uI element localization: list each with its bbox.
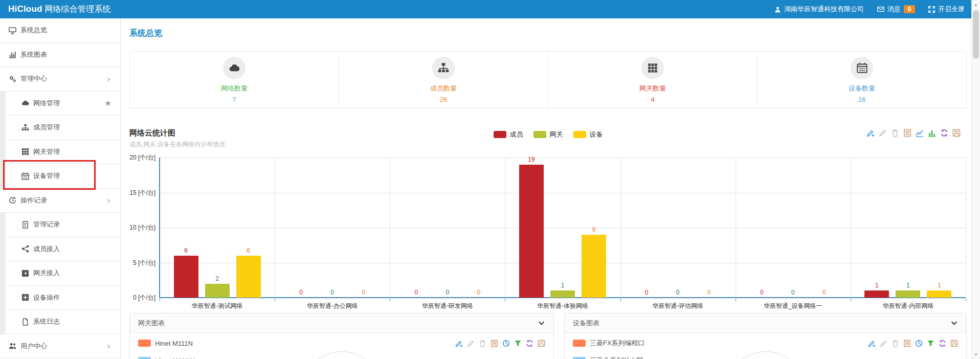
category-label: 华辰智通-内部网络	[851, 302, 966, 310]
panel-toolbox	[455, 340, 545, 347]
sidebar-item-user-center[interactable]: 用户中心	[0, 334, 120, 359]
chevron-down-icon[interactable]	[950, 319, 958, 327]
mark-tool-icon[interactable]	[455, 340, 463, 347]
sidebar-item-management-records[interactable]: 管理记录	[0, 213, 120, 237]
chart-subtitle: 成员,网关,设备在各网络内分布情况	[129, 140, 225, 149]
sidebar-item-system-overview[interactable]: 系统总览	[0, 18, 120, 43]
legend-swatch[interactable]	[138, 340, 151, 347]
data-view-icon[interactable]	[491, 340, 498, 347]
legend-swatch[interactable]	[573, 340, 586, 347]
file-icon	[21, 318, 29, 326]
line-chart-icon[interactable]	[916, 129, 924, 137]
legend-item-gateways[interactable]: 网关	[533, 130, 563, 139]
bar-value-label: 0	[299, 289, 303, 296]
legend-item-devices[interactable]: 设备	[573, 130, 603, 139]
sidebar-item-gateway-access[interactable]: 网关接入	[0, 261, 120, 286]
data-view-icon[interactable]	[903, 129, 911, 137]
bar-value-label: 1	[561, 282, 565, 289]
clear-marks-icon[interactable]	[479, 340, 486, 347]
bar-chart-plot: 0 [个/台]5 [个/台]10 [个/台]15 [个/台]20 [个/台]62…	[160, 158, 966, 298]
bar-成员[interactable]: 19	[519, 165, 544, 298]
series-name[interactable]: 三菱全系列以太网	[590, 356, 643, 359]
unmark-tool-icon[interactable]	[467, 340, 475, 347]
bar-设备[interactable]: 6	[236, 256, 261, 298]
chevron-right-icon	[105, 198, 112, 204]
legend-item-members[interactable]: 成员	[494, 130, 523, 139]
save-image-icon[interactable]	[950, 340, 958, 347]
mark-tool-icon[interactable]	[868, 340, 876, 347]
series-name[interactable]: Hinet M111N	[155, 340, 193, 347]
bar-成员[interactable]: 1	[864, 290, 889, 298]
bar-value-label: 19	[528, 156, 534, 163]
brand-name: HiCloud	[8, 4, 42, 14]
funnel-chart-icon[interactable]	[514, 340, 522, 347]
sidebar-item-system-logs[interactable]: 系统日志	[0, 310, 120, 334]
chart-legend: 成员 网关 设备	[494, 130, 603, 139]
scroll-up-arrow[interactable]: ▲	[972, 1, 980, 9]
restore-icon[interactable]	[939, 340, 946, 347]
device-panel-header[interactable]: 设备图表	[565, 313, 966, 333]
messages-button[interactable]: 消息0	[877, 5, 915, 14]
scroll-down-arrow[interactable]: ▼	[972, 350, 980, 358]
pie-chart-icon[interactable]	[502, 340, 510, 347]
legend-swatch[interactable]	[138, 357, 151, 359]
company-account-button[interactable]: 湖南华辰智通科技有限公司	[774, 5, 864, 14]
category-label: 华辰智通-办公网络	[275, 302, 390, 310]
sidebar-item-member-management[interactable]: 成员管理	[0, 116, 120, 140]
bar-网关[interactable]: 1	[550, 290, 575, 298]
sidebar-item-member-access[interactable]: 成员接入	[0, 237, 120, 262]
save-image-icon[interactable]	[952, 129, 961, 137]
bar-网关[interactable]: 2	[205, 284, 230, 298]
bar-成员[interactable]: 6	[174, 256, 198, 298]
sidebar-item-gateway-management[interactable]: 网关管理	[0, 140, 120, 165]
data-view-icon[interactable]	[903, 340, 911, 347]
pie-chart-icon[interactable]	[915, 340, 923, 347]
unmark-tool-icon[interactable]	[880, 340, 887, 347]
gateway-panel-header[interactable]: 网关图表	[130, 313, 553, 333]
stat-card-networks: 网络数量 7	[130, 52, 339, 108]
bar-设备[interactable]: 1	[927, 290, 951, 298]
user-icon	[774, 6, 781, 13]
bar-value-label: 1	[875, 282, 879, 289]
series-name[interactable]: Hinet M111W	[155, 357, 194, 359]
scrollbar-thumb[interactable]	[973, 10, 979, 59]
bar-value-label: 0	[415, 289, 418, 296]
chevron-right-icon	[105, 76, 112, 82]
sidebar-item-network-management[interactable]: 网络管理★	[0, 92, 120, 116]
app-logo: HiCloud 网络综合管理系统	[8, 4, 111, 15]
clear-marks-icon[interactable]	[891, 129, 899, 137]
save-image-icon[interactable]	[538, 340, 545, 347]
unmark-tool-icon[interactable]	[879, 129, 887, 137]
funnel-chart-icon[interactable]	[927, 340, 934, 347]
bar-设备[interactable]: 9	[582, 235, 606, 298]
sidebar-item-device-operations[interactable]: 设备操作	[0, 286, 120, 310]
sidebar-item-operation-records[interactable]: 操作记录	[0, 189, 120, 213]
bar-value-label: 0	[330, 289, 334, 296]
restore-icon[interactable]	[526, 340, 533, 347]
device-chart-panel: 设备图表 三菱FX系列编程口 三菱全系列以太网	[564, 313, 967, 359]
sidebar-item-system-charts[interactable]: 系统图表	[0, 43, 120, 68]
star-icon[interactable]: ★	[105, 99, 112, 108]
fullscreen-button[interactable]: 开启全屏	[928, 5, 965, 14]
gears-icon	[9, 75, 16, 83]
sitemap-icon	[432, 57, 455, 79]
chevron-down-icon[interactable]	[538, 319, 545, 327]
category-label: 华辰智通-研发网络	[390, 302, 505, 310]
restore-icon[interactable]	[940, 129, 948, 137]
bar-chart-icon[interactable]	[928, 129, 936, 137]
y-axis-tick-label: 20 [个/台]	[129, 153, 155, 162]
bar-网关[interactable]: 1	[896, 290, 920, 298]
mark-tool-icon[interactable]	[866, 129, 875, 137]
fullscreen-icon	[928, 6, 935, 13]
panel-title: 网关图表	[138, 319, 165, 328]
legend-swatch[interactable]	[573, 357, 586, 359]
series-name[interactable]: 三菱FX系列编程口	[590, 339, 645, 348]
clear-marks-icon[interactable]	[892, 340, 899, 347]
vertical-scrollbar[interactable]: ▲ ▼	[971, 0, 980, 359]
caret-square-icon	[21, 270, 29, 277]
bar-value-label: 0	[477, 289, 481, 296]
category-label: 华辰智通_设备网络一	[736, 302, 851, 310]
sidebar-item-management-center[interactable]: 管理中心	[0, 67, 120, 92]
bar-value-label: 1	[906, 282, 910, 289]
sidebar-item-device-management[interactable]: 设备管理	[0, 164, 120, 189]
